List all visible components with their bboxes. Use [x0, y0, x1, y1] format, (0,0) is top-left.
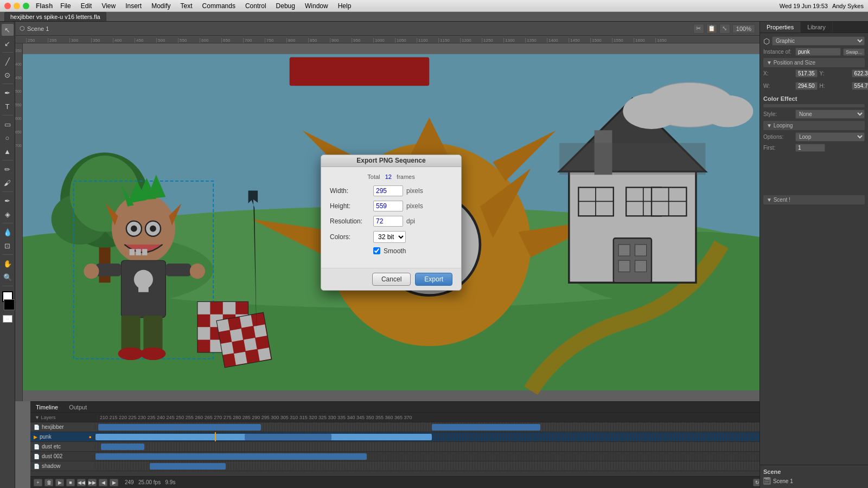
color-effect-section[interactable]: [763, 104, 865, 107]
menu-modify[interactable]: Modify: [147, 1, 175, 11]
options-row: Options: Loop Play Once Single Frame: [763, 132, 865, 142]
layer-frames-shadow[interactable]: [95, 461, 760, 471]
paint-tool[interactable]: ◈: [2, 208, 14, 220]
scene-icon: ⬡: [20, 25, 25, 32]
subselect-tool[interactable]: ↙: [2, 37, 14, 49]
poly-tool[interactable]: ▲: [2, 145, 14, 157]
dialog-info: Total 12 frames: [330, 174, 452, 180]
position-size-header[interactable]: ▼ Position and Size: [763, 58, 865, 67]
colors-select[interactable]: 32 bit 24 bit 8 bit: [373, 231, 406, 243]
options-label: Options:: [763, 134, 793, 140]
zoom-display[interactable]: 100%: [732, 24, 755, 33]
menu-debug[interactable]: Debug: [272, 1, 299, 11]
stop-btn[interactable]: ■: [66, 479, 75, 486]
tab-timeline[interactable]: Timeline: [30, 403, 63, 412]
lasso-tool[interactable]: ⊙: [2, 69, 14, 81]
export-button[interactable]: Export: [415, 273, 452, 286]
menu-help[interactable]: Help: [334, 1, 356, 11]
props-tabs: Properties Library: [760, 22, 868, 33]
zoom-tool[interactable]: 🔍: [2, 271, 14, 283]
ruler-mark: 1350: [525, 38, 547, 43]
scene-name: Scene 1: [773, 478, 793, 484]
rewind-btn[interactable]: ◀◀: [77, 479, 86, 486]
pencil-tool[interactable]: ✏: [2, 163, 14, 175]
timeline-tabs: Timeline Output: [30, 402, 760, 413]
type-select[interactable]: Graphic Movie Clip Button: [772, 36, 865, 46]
layer-frames-dust-002[interactable]: [95, 452, 760, 461]
paste-btn[interactable]: 📋: [706, 24, 717, 34]
minimize-button[interactable]: [14, 3, 20, 9]
close-button[interactable]: [4, 3, 11, 9]
menu-window[interactable]: Window: [301, 1, 333, 11]
scent-header[interactable]: ▼ Scent !: [763, 195, 865, 204]
hand-tool[interactable]: ✋: [2, 258, 14, 269]
play-btn[interactable]: ▶: [55, 479, 64, 486]
looping-header[interactable]: ▼ Looping: [763, 121, 865, 130]
layer-label: hexjibber: [42, 424, 64, 430]
y-label: Y:: [820, 70, 850, 76]
menu-text[interactable]: Text: [176, 1, 197, 11]
x-label: X:: [763, 70, 793, 76]
h-row: H: 554.70: [820, 82, 868, 90]
layer-frames-hexjibber[interactable]: [95, 422, 760, 432]
resolution-input[interactable]: [373, 216, 403, 227]
step-back-btn[interactable]: ◀: [99, 479, 107, 486]
resolution-unit: dpi: [406, 217, 415, 225]
menu-view[interactable]: View: [97, 1, 120, 11]
options-select[interactable]: Loop Play Once Single Frame: [795, 132, 865, 142]
ink-tool[interactable]: ✒: [2, 195, 14, 207]
right-panel: Properties Library ⬡ Graphic Movie Clip …: [760, 22, 868, 488]
arrow-tool[interactable]: ↖: [2, 24, 14, 36]
oval-tool[interactable]: ○: [2, 132, 14, 144]
window-controls[interactable]: [4, 3, 29, 9]
first-input[interactable]: [795, 144, 825, 152]
width-input[interactable]: [373, 185, 403, 196]
ruler-mark: 800: [286, 38, 308, 43]
ruler-mark: 700: [243, 38, 265, 43]
height-input[interactable]: [373, 201, 403, 211]
loop-btn[interactable]: ↻: [753, 479, 760, 486]
ruler-mark: 300: [69, 38, 91, 43]
tab-output[interactable]: Output: [63, 403, 92, 412]
swap-colors[interactable]: ↔: [3, 315, 12, 323]
ruler-mark: 900: [330, 38, 352, 43]
forward-btn[interactable]: ▶▶: [88, 479, 97, 486]
tab-library[interactable]: Library: [801, 22, 833, 33]
scene-icon: 🎬: [763, 477, 771, 485]
transform-btn[interactable]: ⤡: [719, 24, 730, 34]
tool-divider-7: [2, 254, 13, 255]
layer-frames-punk[interactable]: [95, 432, 760, 441]
clip-btn[interactable]: ✂: [693, 24, 704, 34]
swap-button[interactable]: Swap...: [843, 48, 865, 56]
tab-properties[interactable]: Properties: [760, 22, 801, 33]
text-tool[interactable]: T: [2, 100, 14, 112]
brush-tool[interactable]: 🖌: [2, 177, 14, 189]
cancel-button[interactable]: Cancel: [372, 273, 411, 286]
stage[interactable]: Export PNG Sequence Total 12 frames: [23, 43, 760, 401]
menu-insert[interactable]: Insert: [121, 1, 146, 11]
menu-edit[interactable]: Edit: [76, 1, 97, 11]
smooth-checkbox[interactable]: [373, 247, 380, 254]
eraser-tool[interactable]: ⊡: [2, 240, 14, 252]
step-fwd-btn[interactable]: ▶: [110, 479, 118, 486]
total-label: Total: [367, 174, 380, 180]
maximize-button[interactable]: [23, 3, 29, 9]
menu-file[interactable]: File: [56, 1, 75, 11]
line-tool[interactable]: ╱: [2, 55, 14, 67]
layer-frames-dust-etc[interactable]: [95, 442, 760, 451]
delete-layer-btn[interactable]: 🗑: [44, 479, 53, 486]
tool-divider-5: [2, 191, 13, 192]
fill-color[interactable]: [4, 299, 15, 310]
rect-tool[interactable]: ▭: [2, 118, 14, 130]
style-select[interactable]: None Brightness Tint Alpha Advanced: [795, 110, 865, 119]
add-layer-btn[interactable]: +: [34, 479, 42, 486]
menu-commands[interactable]: Commands: [198, 1, 240, 11]
ruler-mark: 750: [265, 38, 286, 43]
pen-tool[interactable]: ✒: [2, 87, 14, 99]
eyedrop-tool[interactable]: 💧: [2, 226, 14, 238]
tabs-bar: hexjibber vs spike-u v16 letters.fla: [0, 12, 868, 22]
instance-input[interactable]: [795, 48, 841, 56]
file-tab[interactable]: hexjibber vs spike-u v16 letters.fla: [4, 12, 106, 21]
ruler-mark: 1050: [395, 38, 417, 43]
menu-control[interactable]: Control: [241, 1, 271, 11]
